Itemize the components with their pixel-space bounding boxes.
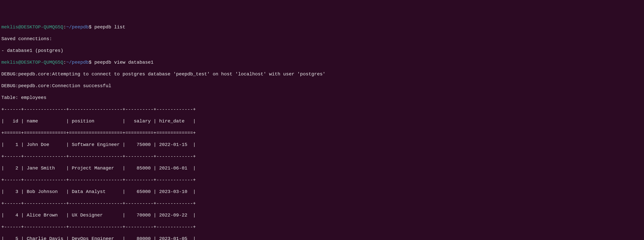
prompt-user: meklis — [1, 25, 18, 30]
table-separator: +------+---------------+----------------… — [1, 153, 643, 159]
command-1: peepdb list — [94, 25, 126, 30]
prompt-dollar: $ — [89, 60, 92, 65]
table-separator: +------+---------------+----------------… — [1, 224, 643, 230]
output-connection-item: - database1 (postgres) — [1, 48, 643, 54]
prompt-at: @ — [18, 60, 21, 65]
debug-line-2: DEBUG:peepdb.core:Connection successful — [1, 83, 643, 89]
prompt-at: @ — [18, 25, 21, 30]
output-saved-connections: Saved connections: — [1, 36, 643, 42]
prompt-host: DESKTOP-QUMQG5Q — [21, 60, 64, 65]
prompt-dollar: $ — [89, 25, 92, 30]
prompt-path: ~/peepdb — [66, 60, 89, 65]
table-row: | 2 | Jane Smith | Project Manager | 850… — [1, 165, 643, 171]
prompt-host: DESKTOP-QUMQG5Q — [21, 25, 64, 30]
table-separator: +======+===============+================… — [1, 130, 643, 136]
table-title: Table: employees — [1, 95, 643, 101]
prompt-colon: : — [64, 60, 66, 65]
table-separator: +------+---------------+----------------… — [1, 200, 643, 206]
command-2: peepdb view database1 — [94, 60, 154, 65]
table-row: | 1 | John Doe | Software Engineer | 750… — [1, 142, 643, 148]
prompt-path: ~/peepdb — [66, 25, 89, 30]
debug-line-1: DEBUG:peepdb.core:Attempting to connect … — [1, 71, 643, 77]
table-header: | id | name | position | salary | hire_d… — [1, 118, 643, 124]
table-row: | 5 | Charlie Davis | DevOps Engineer | … — [1, 236, 643, 240]
prompt-colon: : — [64, 25, 66, 30]
prompt-line-1[interactable]: meklis@DESKTOP-QUMQG5Q:~/peepdb$ peepdb … — [1, 24, 643, 30]
table-row: | 4 | Alice Brown | UX Designer | 70000 … — [1, 212, 643, 218]
table-row: | 3 | Bob Johnson | Data Analyst | 65000… — [1, 189, 643, 195]
table-separator: +------+---------------+----------------… — [1, 106, 643, 112]
prompt-user: meklis — [1, 60, 18, 65]
prompt-line-2[interactable]: meklis@DESKTOP-QUMQG5Q:~/peepdb$ peepdb … — [1, 60, 643, 65]
table-separator: +------+---------------+----------------… — [1, 177, 643, 183]
